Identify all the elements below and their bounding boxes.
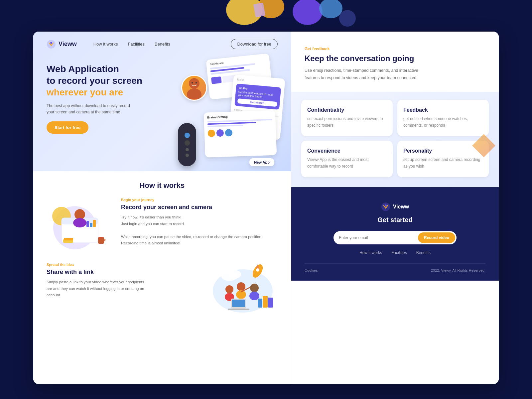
footer-link-facilities[interactable]: Facilities [391, 250, 407, 255]
share-text: Spread the idea Share with a link Simply… [47, 263, 198, 299]
step1-desc: Try it now, it's easier than you think! … [121, 214, 278, 247]
svg-rect-19 [90, 223, 92, 227]
get-feedback-section: Get feedback Keep the conversation going… [291, 32, 499, 92]
footer-link-how-it-works[interactable]: How it works [359, 250, 382, 255]
svg-rect-22 [64, 238, 73, 240]
svg-point-8 [189, 78, 200, 89]
hero-description: The best app without download to easily … [47, 103, 133, 115]
step1-tag: Begin your journey [121, 198, 278, 202]
svg-point-2 [293, 0, 323, 25]
email-input[interactable] [339, 235, 418, 240]
svg-rect-42 [258, 299, 262, 308]
step1-container: Begin your journey Record your screen an… [47, 198, 278, 253]
mock-card-3: Brainstorming [204, 110, 277, 157]
get-started-title: Get started [305, 216, 485, 224]
nav-how-it-works[interactable]: How it works [93, 42, 118, 47]
footer-cookies[interactable]: Cookies [305, 268, 318, 272]
feature-personality-desc: set up screen screen and camera recordin… [403, 157, 483, 170]
feature-feedback-desc: get notified when someone watches, comme… [403, 116, 483, 129]
logo: Vieww [47, 40, 77, 49]
nav-facilities[interactable]: Facilities [128, 42, 145, 47]
svg-rect-38 [232, 300, 245, 307]
svg-point-36 [249, 292, 259, 300]
avatar [181, 75, 207, 101]
download-free-button[interactable]: Download for free [231, 39, 278, 49]
main-container: Vieww How it works Facilities Benefits D… [33, 32, 499, 384]
svg-rect-41 [268, 298, 273, 308]
svg-rect-23 [98, 237, 104, 244]
feature-convenience: Convenience Vieww App is the easiest and… [301, 141, 393, 177]
svg-point-3 [319, 0, 342, 18]
left-panel: Vieww How it works Facilities Benefits D… [33, 32, 291, 384]
features-grid: Confidentiality set exact permissions an… [301, 100, 489, 177]
top-decoration [185, 0, 377, 35]
hero-illustration: Dashboard Topics Go Pro Get the best fea… [168, 50, 284, 170]
share-section: Spread the idea Share with a link Simply… [33, 259, 291, 321]
feature-convenience-desc: Vieww App is the easiest and most comfor… [307, 157, 387, 170]
svg-point-4 [339, 10, 356, 27]
right-panel: Get feedback Keep the conversation going… [291, 32, 499, 384]
svg-point-32 [237, 282, 245, 291]
feature-confidentiality-desc: set exact permissions and invite viewers… [307, 116, 387, 129]
get-feedback-title: Keep the conversation going [305, 54, 485, 63]
feature-personality-title: Personality [403, 148, 483, 154]
svg-point-9 [187, 88, 201, 99]
features-section: Confidentiality set exact permissions an… [291, 92, 499, 187]
step1-text: Begin your journey Record your screen an… [121, 198, 278, 247]
feature-convenience-title: Convenience [307, 148, 387, 154]
footer-logo-text: Vieww [393, 204, 409, 210]
svg-rect-18 [86, 221, 89, 227]
svg-point-43 [381, 202, 390, 211]
feature-feedback: Feedback get notified when someone watch… [397, 100, 489, 136]
get-feedback-desc: Use emoji reactions, time-stamped commen… [305, 67, 431, 82]
how-section-title: How it works [47, 181, 278, 190]
svg-rect-40 [263, 296, 268, 308]
step1-illustration [47, 198, 113, 253]
feature-feedback-title: Feedback [403, 107, 483, 113]
svg-point-26 [228, 270, 241, 279]
share-desc: Simply paste a link to your video wherev… [47, 279, 146, 299]
hero-section: Vieww How it works Facilities Benefits D… [33, 32, 291, 171]
share-tag: Spread the idea [47, 263, 198, 267]
svg-point-29 [256, 268, 259, 272]
footer-bottom: Cookies 2022, Viewy. All Rights Reserved… [305, 263, 485, 272]
svg-point-11 [196, 82, 197, 83]
share-illustration [206, 263, 278, 314]
footer-logo: Vieww [305, 202, 485, 211]
svg-rect-20 [93, 220, 96, 227]
new-app-badge: New App [249, 158, 274, 166]
get-feedback-tag: Get feedback [305, 47, 485, 51]
svg-point-17 [73, 218, 86, 227]
feature-confidentiality: Confidentiality set exact permissions an… [301, 100, 393, 136]
how-section: How it works [33, 171, 291, 259]
svg-rect-39 [228, 309, 249, 310]
step1-title: Record your screen and camera [121, 204, 278, 211]
svg-point-10 [192, 82, 193, 83]
nav-links: How it works Facilities Benefits [93, 42, 170, 47]
email-form: Record video [333, 231, 457, 244]
feature-confidentiality-title: Confidentiality [307, 107, 387, 113]
footer-copyright: 2022, Viewy. All Rights Reserved. [431, 268, 485, 272]
footer-link-benefits[interactable]: Benefits [416, 250, 431, 255]
share-title: Share with a link [47, 269, 198, 276]
svg-point-30 [225, 285, 233, 293]
footer-links: How it works Facilities Benefits [305, 250, 485, 255]
svg-point-7 [50, 42, 52, 44]
record-video-button[interactable]: Record video [418, 232, 455, 243]
svg-point-6 [47, 40, 56, 49]
footer-section: Vieww Get started Record video How it wo… [291, 187, 499, 281]
start-free-button[interactable]: Start for free [47, 121, 88, 134]
remote-control [178, 123, 196, 166]
nav-benefits[interactable]: Benefits [155, 42, 170, 47]
svg-point-35 [250, 284, 259, 292]
svg-point-44 [385, 204, 387, 206]
